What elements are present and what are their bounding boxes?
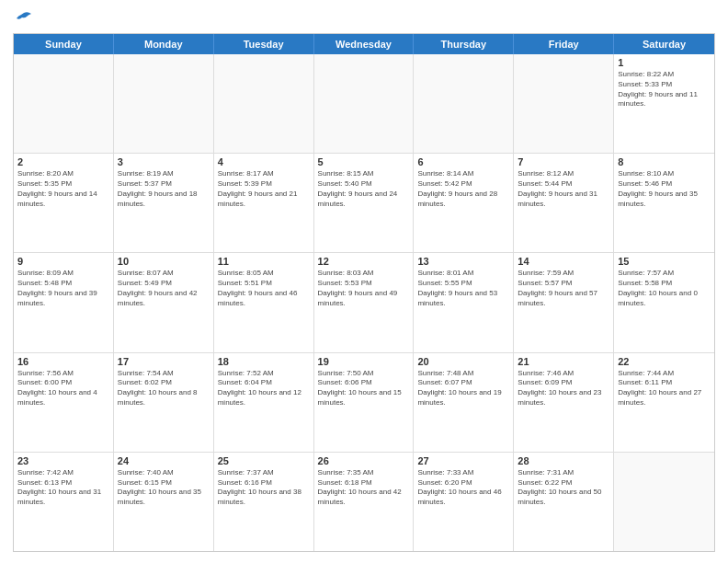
day-info: Sunrise: 8:01 AM Sunset: 5:55 PM Dayligh… bbox=[417, 269, 509, 308]
day-cell bbox=[414, 54, 514, 153]
day-info: Sunrise: 8:19 AM Sunset: 5:37 PM Dayligh… bbox=[118, 169, 210, 209]
weekday-header-sunday: Sunday bbox=[14, 34, 114, 54]
page: SundayMondayTuesdayWednesdayThursdayFrid… bbox=[0, 0, 728, 563]
day-cell: 15Sunrise: 7:57 AM Sunset: 5:58 PM Dayli… bbox=[614, 253, 714, 351]
day-cell: 17Sunrise: 7:54 AM Sunset: 6:02 PM Dayli… bbox=[114, 353, 214, 452]
day-cell: 19Sunrise: 7:50 AM Sunset: 6:06 PM Dayli… bbox=[314, 353, 415, 452]
day-number: 17 bbox=[118, 356, 210, 367]
day-info: Sunrise: 8:14 AM Sunset: 5:42 PM Dayligh… bbox=[417, 169, 509, 209]
day-cell: 10Sunrise: 8:07 AM Sunset: 5:49 PM Dayli… bbox=[114, 253, 214, 351]
day-number: 13 bbox=[417, 256, 509, 267]
day-cell: 3Sunrise: 8:19 AM Sunset: 5:37 PM Daylig… bbox=[114, 154, 214, 252]
day-cell: 28Sunrise: 7:31 AM Sunset: 6:22 PM Dayli… bbox=[514, 453, 614, 551]
day-cell: 12Sunrise: 8:03 AM Sunset: 5:53 PM Dayli… bbox=[314, 253, 415, 351]
day-number: 7 bbox=[518, 156, 609, 167]
weekday-header-monday: Monday bbox=[114, 34, 214, 54]
day-cell: 21Sunrise: 7:46 AM Sunset: 6:09 PM Dayli… bbox=[514, 353, 614, 452]
day-info: Sunrise: 7:50 AM Sunset: 6:06 PM Dayligh… bbox=[318, 369, 410, 408]
day-cell: 27Sunrise: 7:33 AM Sunset: 6:20 PM Dayli… bbox=[414, 453, 514, 551]
day-cell: 16Sunrise: 7:56 AM Sunset: 6:00 PM Dayli… bbox=[14, 353, 114, 452]
day-info: Sunrise: 7:37 AM Sunset: 6:16 PM Dayligh… bbox=[218, 468, 310, 508]
day-info: Sunrise: 8:05 AM Sunset: 5:51 PM Dayligh… bbox=[218, 269, 310, 308]
weekday-header-saturday: Saturday bbox=[614, 34, 714, 54]
day-cell: 26Sunrise: 7:35 AM Sunset: 6:18 PM Dayli… bbox=[314, 453, 415, 551]
day-cell: 24Sunrise: 7:40 AM Sunset: 6:15 PM Dayli… bbox=[114, 453, 214, 551]
calendar: SundayMondayTuesdayWednesdayThursdayFrid… bbox=[13, 33, 715, 552]
day-cell: 20Sunrise: 7:48 AM Sunset: 6:07 PM Dayli… bbox=[414, 353, 514, 452]
day-number: 9 bbox=[17, 256, 109, 267]
day-number: 4 bbox=[218, 156, 310, 167]
day-info: Sunrise: 8:07 AM Sunset: 5:49 PM Dayligh… bbox=[118, 269, 210, 308]
day-number: 1 bbox=[618, 57, 711, 68]
day-info: Sunrise: 7:57 AM Sunset: 5:58 PM Dayligh… bbox=[618, 269, 711, 308]
day-number: 25 bbox=[218, 455, 310, 466]
day-cell: 1Sunrise: 8:22 AM Sunset: 5:33 PM Daylig… bbox=[614, 54, 714, 153]
day-cell: 25Sunrise: 7:37 AM Sunset: 6:16 PM Dayli… bbox=[214, 453, 314, 551]
day-cell: 9Sunrise: 8:09 AM Sunset: 5:48 PM Daylig… bbox=[14, 253, 114, 351]
day-number: 18 bbox=[218, 356, 310, 367]
day-number: 14 bbox=[518, 256, 609, 267]
day-number: 16 bbox=[17, 356, 109, 367]
day-info: Sunrise: 7:48 AM Sunset: 6:07 PM Dayligh… bbox=[417, 369, 509, 408]
day-number: 20 bbox=[417, 356, 509, 367]
day-info: Sunrise: 7:42 AM Sunset: 6:13 PM Dayligh… bbox=[17, 468, 109, 508]
day-cell: 11Sunrise: 8:05 AM Sunset: 5:51 PM Dayli… bbox=[214, 253, 314, 351]
day-number: 24 bbox=[118, 455, 210, 466]
day-info: Sunrise: 8:20 AM Sunset: 5:35 PM Dayligh… bbox=[17, 169, 109, 209]
week-row-2: 2Sunrise: 8:20 AM Sunset: 5:35 PM Daylig… bbox=[14, 154, 714, 253]
day-cell: 22Sunrise: 7:44 AM Sunset: 6:11 PM Dayli… bbox=[614, 353, 714, 452]
day-cell: 13Sunrise: 8:01 AM Sunset: 5:55 PM Dayli… bbox=[414, 253, 514, 351]
day-info: Sunrise: 7:54 AM Sunset: 6:02 PM Dayligh… bbox=[118, 369, 210, 408]
day-info: Sunrise: 7:35 AM Sunset: 6:18 PM Dayligh… bbox=[318, 468, 410, 508]
day-cell: 8Sunrise: 8:10 AM Sunset: 5:46 PM Daylig… bbox=[614, 154, 714, 252]
day-cell bbox=[314, 54, 415, 153]
day-number: 26 bbox=[318, 455, 410, 466]
day-cell: 14Sunrise: 7:59 AM Sunset: 5:57 PM Dayli… bbox=[514, 253, 614, 351]
day-cell: 5Sunrise: 8:15 AM Sunset: 5:40 PM Daylig… bbox=[314, 154, 415, 252]
day-info: Sunrise: 7:52 AM Sunset: 6:04 PM Dayligh… bbox=[218, 369, 310, 408]
calendar-header: SundayMondayTuesdayWednesdayThursdayFrid… bbox=[14, 34, 714, 54]
day-number: 2 bbox=[17, 156, 109, 167]
day-info: Sunrise: 7:46 AM Sunset: 6:09 PM Dayligh… bbox=[518, 369, 609, 408]
logo bbox=[13, 11, 33, 26]
day-cell: 6Sunrise: 8:14 AM Sunset: 5:42 PM Daylig… bbox=[414, 154, 514, 252]
day-number: 3 bbox=[118, 156, 210, 167]
weekday-header-tuesday: Tuesday bbox=[214, 34, 314, 54]
day-number: 6 bbox=[417, 156, 509, 167]
day-cell: 7Sunrise: 8:12 AM Sunset: 5:44 PM Daylig… bbox=[514, 154, 614, 252]
day-info: Sunrise: 8:12 AM Sunset: 5:44 PM Dayligh… bbox=[518, 169, 609, 209]
day-cell: 18Sunrise: 7:52 AM Sunset: 6:04 PM Dayli… bbox=[214, 353, 314, 452]
day-info: Sunrise: 8:10 AM Sunset: 5:46 PM Dayligh… bbox=[618, 169, 711, 209]
logo-bird-icon bbox=[15, 11, 33, 26]
day-info: Sunrise: 8:22 AM Sunset: 5:33 PM Dayligh… bbox=[618, 70, 711, 109]
day-cell bbox=[214, 54, 314, 153]
day-cell: 4Sunrise: 8:17 AM Sunset: 5:39 PM Daylig… bbox=[214, 154, 314, 252]
weekday-header-wednesday: Wednesday bbox=[314, 34, 415, 54]
day-info: Sunrise: 7:31 AM Sunset: 6:22 PM Dayligh… bbox=[518, 468, 609, 508]
calendar-body: 1Sunrise: 8:22 AM Sunset: 5:33 PM Daylig… bbox=[14, 54, 714, 551]
week-row-5: 23Sunrise: 7:42 AM Sunset: 6:13 PM Dayli… bbox=[14, 453, 714, 551]
day-number: 12 bbox=[318, 256, 410, 267]
day-info: Sunrise: 7:56 AM Sunset: 6:00 PM Dayligh… bbox=[17, 369, 109, 408]
day-info: Sunrise: 8:17 AM Sunset: 5:39 PM Dayligh… bbox=[218, 169, 310, 209]
day-number: 15 bbox=[618, 256, 711, 267]
week-row-3: 9Sunrise: 8:09 AM Sunset: 5:48 PM Daylig… bbox=[14, 253, 714, 352]
day-info: Sunrise: 7:40 AM Sunset: 6:15 PM Dayligh… bbox=[118, 468, 210, 508]
week-row-4: 16Sunrise: 7:56 AM Sunset: 6:00 PM Dayli… bbox=[14, 353, 714, 453]
day-cell: 2Sunrise: 8:20 AM Sunset: 5:35 PM Daylig… bbox=[14, 154, 114, 252]
day-cell: 23Sunrise: 7:42 AM Sunset: 6:13 PM Dayli… bbox=[14, 453, 114, 551]
day-info: Sunrise: 7:44 AM Sunset: 6:11 PM Dayligh… bbox=[618, 369, 711, 408]
day-number: 19 bbox=[318, 356, 410, 367]
weekday-header-friday: Friday bbox=[514, 34, 614, 54]
day-number: 10 bbox=[118, 256, 210, 267]
day-number: 22 bbox=[618, 356, 711, 367]
weekday-header-thursday: Thursday bbox=[414, 34, 514, 54]
week-row-1: 1Sunrise: 8:22 AM Sunset: 5:33 PM Daylig… bbox=[14, 54, 714, 154]
day-cell bbox=[114, 54, 214, 153]
day-number: 8 bbox=[618, 156, 711, 167]
day-number: 21 bbox=[518, 356, 609, 367]
day-cell bbox=[614, 453, 714, 551]
day-cell bbox=[514, 54, 614, 153]
day-info: Sunrise: 7:33 AM Sunset: 6:20 PM Dayligh… bbox=[417, 468, 509, 508]
day-number: 27 bbox=[417, 455, 509, 466]
